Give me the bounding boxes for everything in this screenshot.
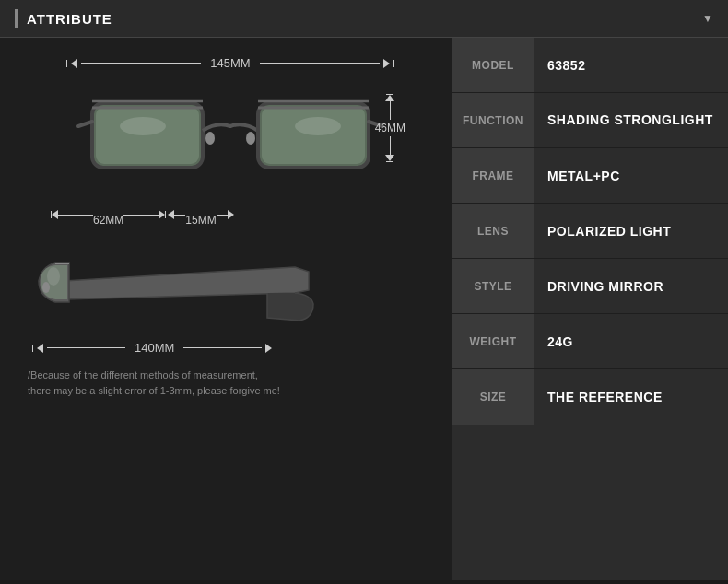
spec-value-weight: 24G <box>534 314 728 368</box>
attribute-header: ATTRIBUTE ▼ <box>0 0 728 38</box>
svg-point-14 <box>42 282 50 293</box>
v-line-top <box>390 101 391 120</box>
width-measurement-140: 140MM <box>28 341 313 355</box>
glasses-front-view: 46MM <box>28 76 433 195</box>
arrow-left-62 <box>52 210 58 219</box>
spec-label-size: SIZE <box>452 369 534 425</box>
measure-line-right <box>260 63 380 64</box>
tick-left <box>66 60 67 67</box>
main-content: 145MM <box>0 38 728 580</box>
spec-label-frame: FRAME <box>452 148 534 203</box>
svg-point-16 <box>47 267 60 286</box>
glasses-side-svg <box>28 239 323 341</box>
spec-label-lens: LENS <box>452 204 534 258</box>
height-measurement-46: 46MM <box>375 94 405 177</box>
specs-table: MODEL63852FUNCTIONSHADING STRONGLIGHTFRA… <box>452 38 728 580</box>
width-145mm-label: 145MM <box>205 56 255 70</box>
height-46mm-label: 46MM <box>375 120 405 136</box>
temple-length-label: 140MM <box>129 341 180 355</box>
header-title: ATTRIBUTE <box>27 11 112 27</box>
svg-line-10 <box>78 122 92 126</box>
spec-value-frame: METAL+PC <box>534 148 728 203</box>
spec-row-style: STYLEDRIVING MIRROR <box>452 259 728 314</box>
bottom-measurements-row: 62MM 15MM <box>28 203 433 227</box>
arrow-right-62 <box>159 210 165 219</box>
spec-label-model: MODEL <box>452 38 534 92</box>
arrow-right-140 <box>265 344 272 353</box>
spec-value-style: DRIVING MIRROR <box>534 259 728 313</box>
arrow-left-140 <box>37 344 43 353</box>
measurement-note: /Because of the different methods of mea… <box>28 368 433 398</box>
spec-label-function: FUNCTION <box>452 93 534 147</box>
arrow-up-icon <box>385 95 394 101</box>
tick-far-left-140 <box>32 345 33 352</box>
spec-value-lens: POLARIZED LIGHT <box>534 204 728 258</box>
svg-point-13 <box>295 117 341 135</box>
collapse-icon[interactable]: ▼ <box>702 12 713 25</box>
svg-point-8 <box>205 132 215 145</box>
lens-width-label: 62MM <box>93 214 123 227</box>
spec-row-size: SIZETHE REFERENCE <box>452 369 728 425</box>
svg-point-12 <box>120 117 166 135</box>
tick-bottom <box>386 161 393 162</box>
spec-row-weight: WEIGHT24G <box>452 314 728 369</box>
header-left: ATTRIBUTE <box>15 9 112 28</box>
line-62-right <box>123 215 159 216</box>
spec-value-model: 63852 <box>534 38 728 92</box>
line-140-right <box>183 347 262 348</box>
tick-mid <box>165 211 166 218</box>
left-panel: 145MM <box>0 38 452 580</box>
bridge-width-label: 15MM <box>185 214 216 227</box>
width-measurement-top: 145MM <box>28 56 433 70</box>
spec-row-function: FUNCTIONSHADING STRONGLIGHT <box>452 93 728 148</box>
arrow-left-icon <box>71 59 77 68</box>
svg-rect-3 <box>262 107 365 164</box>
tick-right <box>393 60 394 67</box>
spec-value-size: THE REFERENCE <box>534 369 728 425</box>
header-bar-icon <box>15 9 18 28</box>
arrow-right-15 <box>228 210 234 219</box>
spec-value-function: SHADING STRONGLIGHT <box>534 93 728 147</box>
spec-row-lens: LENSPOLARIZED LIGHT <box>452 204 728 259</box>
15mm-group: 15MM <box>185 203 216 227</box>
line-15-right <box>217 215 228 216</box>
v-line-bottom <box>390 136 391 155</box>
svg-rect-1 <box>96 107 199 164</box>
spec-label-weight: WEIGHT <box>452 314 534 368</box>
measure-line-left <box>81 63 201 64</box>
spec-row-model: MODEL63852 <box>452 38 728 93</box>
arrow-down-icon <box>385 155 394 161</box>
line-15-left <box>174 215 185 216</box>
spec-label-style: STYLE <box>452 259 534 313</box>
glasses-side-view: 140MM <box>28 239 433 355</box>
tick-far-right-140 <box>276 345 276 352</box>
arrow-left-15 <box>168 210 174 219</box>
line-62-left <box>58 215 93 216</box>
svg-point-9 <box>246 132 255 145</box>
top-measure-row: 145MM <box>66 56 393 70</box>
line-140-left <box>47 347 125 348</box>
arrow-right-icon <box>383 59 390 68</box>
spec-row-frame: FRAMEMETAL+PC <box>452 148 728 204</box>
glasses-front-svg <box>74 76 387 195</box>
62mm-group: 62MM <box>93 203 123 227</box>
